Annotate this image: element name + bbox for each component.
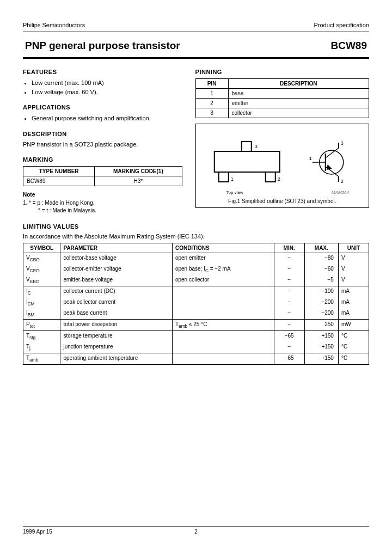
note-line1: 1. * = p : Made in Hong Kong. — [30, 199, 182, 207]
lim-symbol: Ptot — [23, 319, 60, 330]
package-diagram: 3 1 2 3 1 — [199, 130, 365, 195]
svg-text:2: 2 — [277, 176, 280, 182]
svg-text:1: 1 — [230, 176, 233, 182]
lim-cond — [172, 342, 274, 353]
lim-cond: open collector — [172, 275, 274, 286]
svg-text:2: 2 — [340, 179, 343, 184]
lim-min: − — [274, 264, 304, 275]
pinning-heading: PINNING — [195, 69, 369, 75]
lim-th-min: MIN. — [274, 243, 304, 253]
title-bar: PNP general purpose transistor BCW89 — [23, 36, 369, 55]
lim-symbol: Tj — [23, 342, 60, 353]
table-row: VEBOemitter-base voltageopen collector−−… — [23, 275, 369, 286]
svg-text:3: 3 — [254, 144, 257, 149]
marking-th-type: TYPE NUMBER — [23, 166, 95, 176]
page-footer: 1999 Apr 15 2 — [23, 526, 369, 535]
topview-label: Top view — [226, 190, 243, 195]
lim-unit: °C — [338, 342, 369, 353]
table-row: Tstgstorage temperature−65+150°C — [23, 330, 369, 342]
limiting-heading: LIMITING VALUES — [23, 223, 369, 230]
datasheet-page: Philips Semiconductors Product specifica… — [0, 0, 392, 551]
svg-rect-1 — [241, 142, 251, 151]
running-header: Philips Semiconductors Product specifica… — [23, 22, 369, 28]
pin-num: 1 — [195, 89, 228, 99]
features-list: Low current (max. 100 mA)Low voltage (ma… — [32, 78, 182, 96]
part-number: BCW89 — [330, 40, 367, 52]
table-row: ICMpeak collector current−−200mA — [23, 297, 369, 308]
lim-max: +150 — [304, 353, 338, 364]
lim-cond — [172, 286, 274, 297]
marking-th-code: MARKING CODE(1) — [95, 166, 182, 176]
lim-min: −65 — [274, 353, 304, 364]
svg-rect-3 — [218, 172, 228, 182]
footer-date: 1999 Apr 15 — [23, 529, 52, 535]
table-row: IBMpeak base current−−200mA — [23, 308, 369, 320]
lim-cond: open base; IC = −2 mA — [172, 264, 274, 275]
lim-max: −5 — [304, 275, 338, 286]
table-row: VCEOcollector-emitter voltageopen base; … — [23, 264, 369, 275]
svg-line-10 — [325, 148, 338, 158]
pin-num: 3 — [195, 108, 228, 118]
features-heading: FEATURES — [23, 69, 182, 75]
lim-cond — [172, 353, 274, 364]
lim-th-param: PARAMETER — [60, 243, 172, 253]
table-row: 3collector — [195, 108, 369, 118]
lim-min: − — [274, 275, 304, 286]
lim-unit: °C — [338, 330, 369, 342]
note-heading: Note — [23, 192, 182, 198]
svg-text:1: 1 — [309, 156, 311, 161]
lim-th-unit: UNIT — [338, 243, 369, 253]
svg-rect-5 — [265, 172, 275, 182]
lim-min: − — [274, 297, 304, 308]
pin-num: 2 — [195, 99, 228, 108]
marking-type: BCW89 — [23, 176, 95, 186]
lim-max: +150 — [304, 342, 338, 353]
pin-th-pin: PIN — [195, 79, 228, 89]
header-right: Product specification — [314, 22, 370, 28]
pin-desc: base — [228, 89, 369, 99]
marking-code: H3* — [95, 176, 182, 186]
fig-ref: MAM264 — [332, 190, 349, 195]
rule-thin — [23, 32, 369, 32]
table-row: 2emitter — [195, 99, 369, 108]
limiting-values-table: SYMBOL PARAMETER CONDITIONS MIN. MAX. UN… — [23, 243, 369, 365]
lim-max: −200 — [304, 297, 338, 308]
lim-param: total power dissipation — [60, 319, 172, 330]
lim-param: storage temperature — [60, 330, 172, 342]
lim-param: peak collector current — [60, 297, 172, 308]
lim-min: −65 — [274, 330, 304, 342]
table-row: Tjjunction temperature−+150°C — [23, 342, 369, 353]
right-column: PINNING PIN DESCRIPTION 1base2emitter3co… — [195, 69, 369, 215]
lim-symbol: VEBO — [23, 275, 60, 286]
figure-caption: Fig.1 Simplified outline (SOT23) and sym… — [199, 198, 365, 204]
description-text: PNP transistor in a SOT23 plastic packag… — [23, 140, 182, 149]
marking-heading: MARKING — [23, 156, 182, 163]
rule-thick — [23, 57, 369, 59]
limiting-section: LIMITING VALUES In accordance with the A… — [23, 223, 369, 365]
lim-cond — [172, 330, 274, 342]
lim-unit: V — [338, 275, 369, 286]
table-row: ICcollector current (DC)−−100mA — [23, 286, 369, 297]
figure-box: 3 1 2 3 1 — [195, 124, 369, 208]
lim-max: −60 — [304, 264, 338, 275]
pin-desc: emitter — [228, 99, 369, 108]
header-left: Philips Semiconductors — [23, 22, 85, 28]
page-title: PNP general purpose transistor — [25, 40, 180, 52]
lim-max: −200 — [304, 308, 338, 320]
lim-param: collector-emitter voltage — [60, 264, 172, 275]
lim-unit: °C — [338, 353, 369, 364]
lim-param: collector current (DC) — [60, 286, 172, 297]
lim-param: operating ambient temperature — [60, 353, 172, 364]
lim-max: −100 — [304, 286, 338, 297]
lim-min: − — [274, 253, 304, 264]
table-row: VCBOcollector-base voltageopen emitter−−… — [23, 253, 369, 264]
lim-max: 250 — [304, 319, 338, 330]
table-row: Tamboperating ambient temperature−65+150… — [23, 353, 369, 364]
table-row: Ptottotal power dissipationTamb ≤ 25 °C−… — [23, 319, 369, 330]
table-row: 1base — [195, 89, 369, 99]
list-item: General purpose switching and amplificat… — [32, 114, 182, 123]
lim-unit: V — [338, 253, 369, 264]
lim-symbol: VCBO — [23, 253, 60, 264]
lim-cond: Tamb ≤ 25 °C — [172, 319, 274, 330]
lim-param: collector-base voltage — [60, 253, 172, 264]
